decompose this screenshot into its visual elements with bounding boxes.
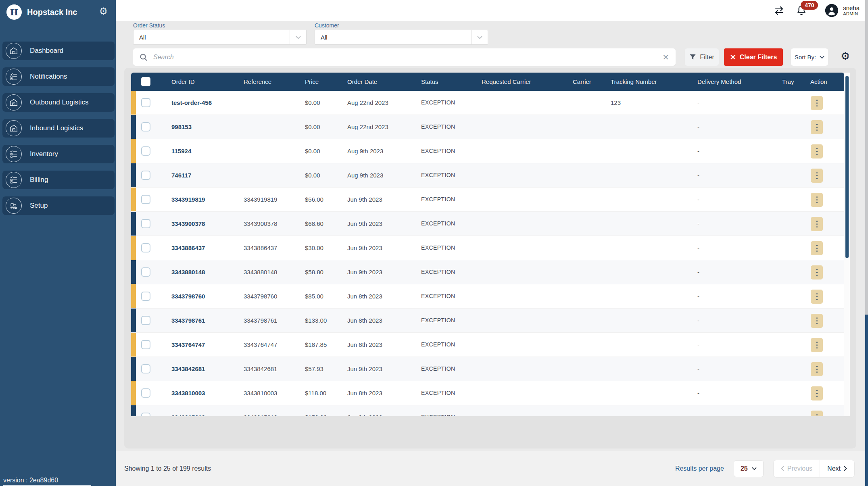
cell-price: $0.00	[305, 91, 320, 115]
row-checkbox[interactable]	[141, 98, 150, 107]
cell-order-id[interactable]: 3343798760	[171, 284, 205, 308]
row-status-stripe	[131, 115, 136, 139]
row-actions-menu-icon[interactable]	[811, 193, 823, 207]
clear-filters-button[interactable]: ✕ Clear Filters	[724, 48, 783, 66]
row-checkbox[interactable]	[141, 340, 150, 349]
column-header-order-id: Order ID	[171, 73, 195, 91]
row-checkbox[interactable]	[141, 171, 150, 180]
row-checkbox[interactable]	[141, 195, 150, 204]
row-status-stripe	[131, 139, 136, 163]
search-input[interactable]	[152, 53, 662, 61]
row-checkbox[interactable]	[141, 364, 150, 373]
row-checkbox[interactable]	[141, 413, 150, 416]
row-checkbox[interactable]	[141, 388, 150, 398]
sidebar-item-outbound-logistics[interactable]: Outbound Logistics	[2, 93, 115, 112]
user-info[interactable]: sneha ADMIN	[843, 4, 860, 17]
conveyor-icon	[6, 198, 22, 214]
row-actions-menu-icon[interactable]	[811, 217, 823, 231]
row-actions-menu-icon[interactable]	[811, 144, 823, 159]
row-checkbox[interactable]	[141, 267, 150, 277]
sidebar-item-inventory[interactable]: Inventory	[2, 145, 115, 163]
row-checkbox[interactable]	[141, 122, 150, 131]
cell-order-date: Jun 8th 2023	[347, 284, 382, 308]
sidebar-item-inbound-logistics[interactable]: Inbound Logistics	[2, 119, 115, 138]
row-status-stripe	[131, 188, 136, 211]
sidebar-item-dashboard[interactable]: Dashboard	[2, 42, 115, 60]
cell-order-id[interactable]: 3343842681	[171, 357, 205, 381]
search-clear-icon[interactable]: ✕	[662, 52, 669, 62]
filter-button[interactable]: Filter	[685, 48, 719, 66]
select-all-checkbox[interactable]	[141, 77, 150, 86]
cell-price: $57.93	[305, 357, 323, 381]
cell-order-id[interactable]: 115924	[171, 139, 191, 163]
cell-order-date: Jun 9th 2023	[347, 405, 382, 416]
sidebar-item-label: Outbound Logistics	[30, 98, 89, 106]
customer-dropdown[interactable]: All	[315, 30, 488, 45]
chevron-right-icon	[844, 466, 847, 471]
cell-delivery-method: -	[697, 163, 699, 187]
row-actions-menu-icon[interactable]	[811, 314, 823, 328]
cell-order-id[interactable]: 3343880148	[171, 260, 205, 284]
table-scrollbar-thumb[interactable]	[845, 76, 849, 258]
results-per-page-select[interactable]: 25	[734, 460, 764, 477]
cell-order-id[interactable]: 3343810003	[171, 381, 205, 405]
row-checkbox[interactable]	[141, 219, 150, 228]
row-actions-menu-icon[interactable]	[811, 241, 823, 255]
cell-order-date: Jun 9th 2023	[347, 212, 382, 236]
user-avatar[interactable]	[825, 4, 838, 17]
row-status-stripe	[131, 405, 136, 416]
cell-order-id[interactable]: 3343900378	[171, 212, 205, 236]
cell-order-date: Jun 9th 2023	[347, 260, 382, 284]
row-actions-menu-icon[interactable]	[811, 338, 823, 352]
transfer-arrows-icon[interactable]	[774, 6, 785, 15]
cell-status: EXCEPTION	[421, 188, 455, 211]
cell-order-id[interactable]: 3343915618	[171, 405, 205, 416]
row-actions-menu-icon[interactable]	[811, 386, 823, 400]
cell-order-id[interactable]: 998153	[171, 115, 192, 139]
checklist-icon	[6, 146, 22, 162]
customer-value: All	[321, 34, 328, 41]
cell-order-id[interactable]: 3343919819	[171, 188, 205, 211]
sort-by-button[interactable]: Sort By:	[791, 48, 828, 66]
funnel-icon	[689, 54, 696, 60]
row-actions-menu-icon[interactable]	[811, 265, 823, 280]
sidebar-item-billing[interactable]: Billing	[2, 171, 115, 189]
sort-by-label: Sort By:	[795, 54, 816, 60]
row-actions-menu-icon[interactable]	[811, 290, 823, 304]
row-checkbox[interactable]	[141, 243, 150, 252]
previous-button[interactable]: Previous	[774, 460, 820, 477]
cell-order-date: Jun 8th 2023	[347, 309, 382, 332]
row-checkbox[interactable]	[141, 292, 150, 301]
cell-order-id[interactable]: 3343886437	[171, 236, 205, 260]
row-actions-menu-icon[interactable]	[811, 169, 823, 183]
sidebar-item-setup[interactable]: Setup	[2, 196, 115, 215]
row-actions-menu-icon[interactable]	[811, 96, 823, 110]
cell-delivery-method: -	[697, 381, 699, 405]
cell-order-date: Jun 9th 2023	[347, 236, 382, 260]
notifications-bell[interactable]: 470	[796, 5, 807, 16]
row-actions-menu-icon[interactable]	[811, 120, 823, 134]
cell-status: EXCEPTION	[421, 381, 455, 405]
row-actions-menu-icon[interactable]	[811, 362, 823, 376]
cell-reference: 3343842681	[244, 357, 277, 381]
cell-order-id[interactable]: test-order-456	[171, 91, 212, 115]
cell-price: $58.80	[305, 260, 323, 284]
table-row: 746117$0.00Aug 9th 2023EXCEPTION-	[131, 163, 844, 188]
cell-order-id[interactable]: 3343764747	[171, 333, 205, 357]
row-checkbox[interactable]	[141, 316, 150, 325]
sidebar-item-notifications[interactable]: Notifications	[2, 67, 115, 86]
next-button[interactable]: Next	[820, 460, 854, 477]
cell-status: EXCEPTION	[421, 212, 455, 236]
gear-icon[interactable]: ⚙	[99, 6, 108, 17]
user-name: sneha	[843, 4, 860, 11]
order-status-dropdown[interactable]: All	[133, 30, 307, 45]
cell-order-date: Jun 8th 2023	[347, 333, 382, 357]
gear-icon[interactable]: ⚙	[841, 51, 850, 61]
row-actions-menu-icon[interactable]	[811, 411, 823, 416]
page-scrollbar-thumb[interactable]	[865, 0, 868, 315]
warehouse-icon	[6, 94, 22, 111]
cell-order-id[interactable]: 746117	[171, 163, 191, 187]
cell-delivery-method: -	[697, 260, 699, 284]
cell-order-id[interactable]: 3343798761	[171, 309, 205, 332]
row-checkbox[interactable]	[141, 146, 150, 156]
